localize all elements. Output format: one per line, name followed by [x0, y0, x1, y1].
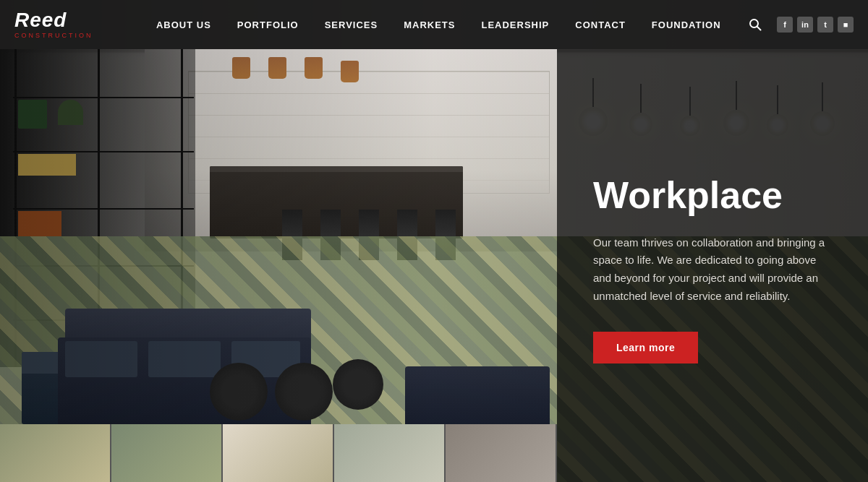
nav-item-foundation[interactable]: FOUNDATION: [639, 0, 734, 49]
thumbnail-strip: [0, 424, 557, 482]
hero-description: Our team thrives on collaboration and br…: [593, 234, 832, 306]
logo[interactable]: Reed CONSTRUCTION: [14, 10, 93, 39]
svg-line-1: [757, 27, 761, 30]
logo-sub: CONSTRUCTION: [14, 32, 93, 39]
thumb-2[interactable]: [111, 424, 223, 482]
thumb-3[interactable]: [223, 424, 334, 482]
nav-item-portfolio[interactable]: PORTFOLIO: [224, 0, 312, 49]
site-header: Reed CONSTRUCTION ABOUT US PORTFOLIO SER…: [0, 0, 868, 49]
thumb-5[interactable]: [446, 424, 557, 482]
search-icon[interactable]: [741, 10, 770, 39]
instagram-icon[interactable]: ■: [838, 17, 854, 33]
twitter-icon[interactable]: t: [817, 17, 833, 33]
nav-item-services[interactable]: SERVICES: [312, 0, 391, 49]
social-links: f in t ■: [777, 17, 854, 33]
nav-item-leadership[interactable]: LEADERSHIP: [468, 0, 562, 49]
content-panel: Workplace Our team thrives on collaborat…: [557, 49, 868, 482]
facebook-icon[interactable]: f: [777, 17, 793, 33]
logo-name: Reed: [14, 10, 67, 30]
nav-item-contact[interactable]: CONTACT: [562, 0, 639, 49]
main-nav: ABOUT US PORTFOLIO SERVICES MARKETS LEAD…: [137, 0, 741, 49]
nav-item-markets[interactable]: MARKETS: [391, 0, 468, 49]
linkedin-icon[interactable]: in: [797, 17, 813, 33]
thumb-1[interactable]: [0, 424, 111, 482]
learn-more-button[interactable]: Learn more: [593, 332, 698, 363]
hero-section: Workplace Our team thrives on collaborat…: [0, 0, 868, 482]
hero-title: Workplace: [593, 175, 832, 216]
thumb-4[interactable]: [334, 424, 446, 482]
nav-item-about-us[interactable]: ABOUT US: [143, 0, 224, 49]
